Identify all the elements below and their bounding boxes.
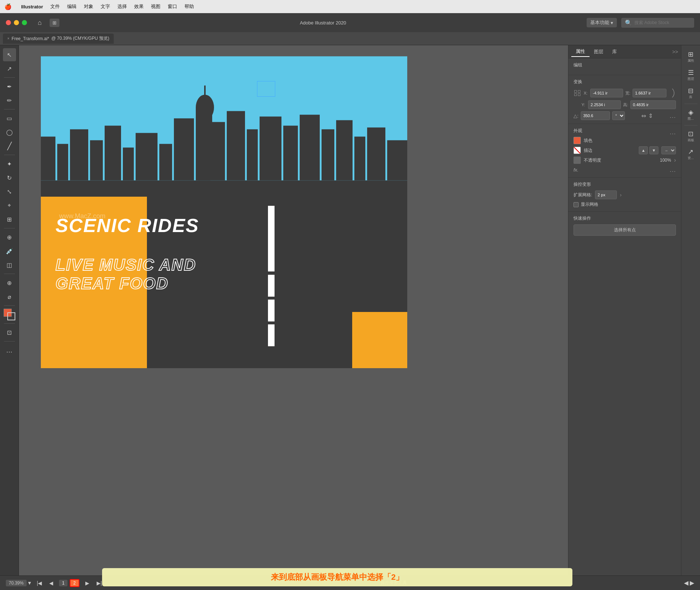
tool-pencil[interactable]: ✏ <box>3 94 16 107</box>
home-button[interactable]: ⌂ <box>34 17 45 28</box>
zoom-value[interactable]: 70.39% <box>6 580 27 586</box>
stroke-down-btn[interactable]: ▼ <box>649 146 658 154</box>
tab-library[interactable]: 库 <box>608 47 621 57</box>
side-panel-layers[interactable]: ☰ 图层 <box>683 66 699 83</box>
tab-layers[interactable]: 图层 <box>590 47 608 57</box>
section-transform-title: 变换 <box>573 79 676 85</box>
apple-menu[interactable]: 🍎 <box>4 3 12 10</box>
tool-eyedropper[interactable]: 💉 <box>3 244 16 258</box>
tab-properties[interactable]: 属性 <box>571 47 590 57</box>
transform-more[interactable]: … <box>669 112 676 120</box>
y-input[interactable] <box>588 100 621 109</box>
search-input[interactable] <box>634 20 689 25</box>
side-panel-library[interactable]: ⊟ 库 <box>683 85 699 101</box>
zoom-dropdown-icon[interactable]: ▾ <box>28 579 31 586</box>
menu-illustrator[interactable]: Illustrator <box>18 4 47 9</box>
show-grid-checkbox[interactable] <box>573 202 579 207</box>
stroke-up-btn[interactable]: ▲ <box>639 146 648 154</box>
transform-x-row: X: <box>584 89 623 97</box>
menu-view[interactable]: 视图 <box>147 3 164 10</box>
h-input[interactable] <box>630 100 676 109</box>
quick-actions-title: 快速操作 <box>573 215 676 221</box>
tool-zoom[interactable]: ⊕ <box>3 276 16 289</box>
menu-select[interactable]: 选择 <box>114 3 131 10</box>
workspace-switcher[interactable]: ⊞ <box>50 19 59 27</box>
angle-input[interactable] <box>581 111 610 120</box>
tool-brush[interactable]: ✦ <box>3 157 16 170</box>
svg-rect-18 <box>322 129 334 180</box>
close-window-button[interactable] <box>6 20 11 25</box>
menu-help[interactable]: 帮助 <box>181 3 198 10</box>
tool-divider-2 <box>4 109 15 109</box>
nav-next-btn[interactable]: ▶ <box>84 580 91 586</box>
menu-edit[interactable]: 编辑 <box>63 3 80 10</box>
document-tab[interactable]: × Free_Transform.ai* @ 70.39% (CMYK/GPU … <box>3 34 114 44</box>
svg-rect-15 <box>260 116 281 180</box>
nav-prev-btn[interactable]: ◀ <box>48 580 55 586</box>
stroke-type-select[interactable]: — <box>661 146 676 154</box>
tab-close-icon[interactable]: × <box>7 36 9 41</box>
svg-rect-8 <box>136 133 158 180</box>
tool-rotate[interactable]: ↻ <box>3 171 16 184</box>
side-panel-assets[interactable]: ↗ 资... <box>683 146 699 162</box>
opacity-row: 不透明度 100% › <box>573 157 676 164</box>
minimize-window-button[interactable] <box>14 20 19 25</box>
select-all-points-btn[interactable]: 选择所有点 <box>573 224 676 236</box>
panel-expand-icon[interactable]: >> <box>672 49 678 55</box>
fill-color-box[interactable] <box>573 137 581 144</box>
tool-divider-1 <box>4 77 15 78</box>
artboard[interactable]: www.MacZ.com SCENIC RIDES LIVE MUSIC AND… <box>41 56 407 368</box>
chevron-down-icon: ▾ <box>611 20 613 26</box>
h-label: 高: <box>623 102 628 108</box>
tool-pen[interactable]: ✒ <box>3 80 16 93</box>
traffic-lights <box>6 20 27 25</box>
play-prev-btn[interactable]: ◀ <box>684 579 688 586</box>
x-input[interactable] <box>590 89 623 97</box>
page-2-btn[interactable]: 2 <box>70 579 79 587</box>
x-label: X: <box>584 91 589 95</box>
menu-object[interactable]: 对象 <box>80 3 97 10</box>
tool-ellipse[interactable]: ◯ <box>3 126 16 139</box>
tool-warp[interactable]: ⌖ <box>3 199 16 212</box>
menu-text[interactable]: 文字 <box>97 3 114 10</box>
color-swatch[interactable] <box>3 308 16 321</box>
maximize-window-button[interactable] <box>22 20 27 25</box>
opacity-arrow[interactable]: › <box>674 157 676 163</box>
tool-rect[interactable]: ▭ <box>3 112 16 125</box>
side-panel-artboards[interactable]: ⊡ 画板 <box>683 128 699 144</box>
menu-effect[interactable]: 效果 <box>131 3 147 10</box>
tool-shape-builder[interactable]: ⊕ <box>3 231 16 244</box>
stroke-color-box[interactable] <box>573 147 581 154</box>
layers-icon: ☰ <box>688 69 694 77</box>
tool-more[interactable]: … <box>3 344 16 357</box>
tool-scale[interactable]: ⤡ <box>3 185 16 198</box>
tool-free-transform[interactable]: ⊞ <box>3 213 16 226</box>
fx-more[interactable]: … <box>669 166 676 174</box>
workspace-selector[interactable]: 基本功能 ▾ <box>587 18 617 27</box>
stroke-color-swatch[interactable] <box>7 312 15 320</box>
canvas-area[interactable]: www.MacZ.com SCENIC RIDES LIVE MUSIC AND… <box>19 45 568 575</box>
play-next-btn[interactable]: ▶ <box>690 579 694 586</box>
mesh-expand-input[interactable] <box>595 190 617 199</box>
menu-file[interactable]: 文件 <box>47 3 63 10</box>
tool-lasso[interactable]: ⌀ <box>3 290 16 303</box>
menu-window[interactable]: 窗口 <box>164 3 181 10</box>
tool-line[interactable]: ╱ <box>3 139 16 153</box>
tool-direct-select[interactable]: ↗ <box>3 62 16 75</box>
tool-artboard[interactable]: ⊡ <box>3 326 16 339</box>
mesh-arrow[interactable]: › <box>620 192 622 198</box>
flip-v-icon[interactable]: ⇕ <box>648 112 653 119</box>
nav-first-btn[interactable]: |◀ <box>35 580 44 586</box>
tool-select[interactable]: ↖ <box>3 48 16 61</box>
tool-gradient[interactable]: ◫ <box>3 258 16 271</box>
appearance-more[interactable]: … <box>669 128 676 136</box>
w-input[interactable] <box>633 89 666 97</box>
link-proportions-icon[interactable] <box>669 88 676 98</box>
side-panel-cc-libraries[interactable]: ◈ 图... <box>683 106 699 123</box>
page-1-btn[interactable]: 1 <box>59 580 67 586</box>
flip-h-icon[interactable]: ⇔ <box>641 112 646 119</box>
stroke-controls: ▲ ▼ <box>639 146 658 154</box>
side-panel-properties[interactable]: ⊞ 属性 <box>683 48 699 65</box>
angle-dropdown[interactable]: ° <box>612 111 625 120</box>
search-box[interactable]: 🔍 <box>621 18 694 28</box>
